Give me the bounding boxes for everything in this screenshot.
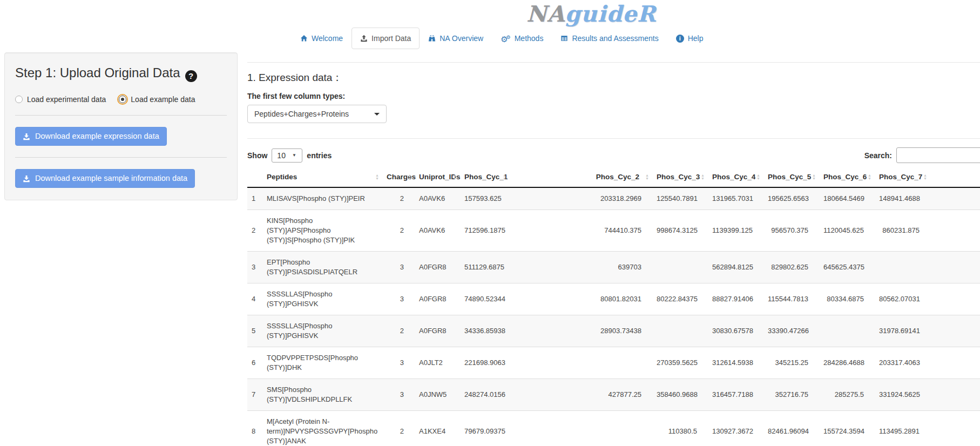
table-cell: KINS[Phospho (STY)]APS[Phospho (STY)]S[P… [262,210,382,252]
sort-icon: ▲▼ [375,174,379,180]
table-cell: 3 [382,379,415,411]
table-icon [560,35,568,42]
sort-icon: ▲▼ [408,174,411,180]
table-cell: 2 [382,187,415,210]
download-sample-info-button[interactable]: Download example sample information data [15,169,195,188]
table-cell: 352716.75 [763,379,819,411]
tab-import-data[interactable]: Import Data [352,28,420,49]
column-header-uniprot_ids[interactable]: Uniprot_IDs▲▼ [415,167,460,187]
table-row[interactable]: 1MLISAVS[Phospho (STY)]PEIR2A0AVK6157593… [247,187,980,210]
table-cell: 221698.9063 [460,347,510,379]
table-cell [510,411,652,446]
tab-methods[interactable]: ⚙⚙Methods [492,28,552,49]
table-row[interactable]: 4SSSSLLAS[Phospho (STY)]PGHISVK3A0FGR874… [247,283,980,315]
column-header-phos_cyc_6[interactable]: Phos_Cyc_6▲▼ [819,167,875,187]
table-cell: A0AVK6 [415,187,460,210]
table-cell: EPT[Phospho (STY)]PSIASDISLPIATQELR [262,252,382,283]
column-header-phos_cyc_2[interactable]: Phos_Cyc_2▲▼ [510,167,652,187]
tab-na-overview[interactable]: NA Overview [420,28,492,49]
table-cell: 131965.7031 [708,187,763,210]
table-cell: 180664.5469 [819,187,875,210]
upload-icon [360,35,368,42]
radio-load-example-data[interactable]: Load example data [119,95,195,104]
table-row[interactable]: 6TQDPVPPETPSDS[Phospho (STY)]DHK3A0JLT22… [247,347,980,379]
table-cell: 80222.84375 [652,283,708,315]
table-cell: 744410.375 [510,210,652,252]
divider [15,115,227,116]
table-cell: 113495.2891 [875,411,930,446]
radio-selected-icon[interactable] [119,96,126,103]
tab-label: Welcome [312,33,343,44]
table-cell: 2 [247,210,262,252]
radio-load-experimental-data[interactable]: Load experimental data [15,95,106,104]
table-cell: 3 [382,252,415,283]
column-header-charges[interactable]: Charges▲▼ [382,167,415,187]
table-cell: 358460.9688 [652,379,708,411]
table-cell: 3 [382,283,415,315]
chevron-down-icon [374,113,380,116]
app-logo: NAguideR [526,1,656,27]
table-cell: 130927.3672 [708,411,763,446]
show-label: Show [247,151,267,160]
sort-icon: ▲▼ [645,174,649,180]
table-cell: 88827.91406 [708,283,763,315]
table-cell [875,252,930,283]
table-cell: 284286.4688 [819,347,875,379]
table-cell: SMS[Phospho (STY)]VDLSHIPLKDPLLFK [262,379,382,411]
table-cell: 30830.67578 [708,315,763,347]
table-cell: SSSSLLAS[Phospho (STY)]PGHISVK [262,315,382,347]
radio-unselected-icon[interactable] [15,96,23,103]
help-question-circle-icon[interactable]: ? [185,70,197,82]
table-cell: SSSSLLAS[Phospho (STY)]PGHISVK [262,283,382,315]
panel-title: Step 1: Upload Original Data [15,65,180,80]
gears-icon: ⚙⚙ [501,33,511,43]
table-cell: 115544.7813 [763,283,819,315]
download-icon [23,175,30,183]
table-row[interactable]: 7SMS[Phospho (STY)]VDLSHIPLKDPLLFK3A0JNW… [247,379,980,411]
download-expression-data-button[interactable]: Download example expression data [15,127,167,146]
column-header-label: Phos_Cyc_7 [879,173,922,181]
table-cell: 148941.4688 [875,187,930,210]
tab-help[interactable]: iHelp [667,28,712,49]
column-header-spacer [930,167,980,187]
table-cell: 3 [247,252,262,283]
column-header-phos_cyc_4[interactable]: Phos_Cyc_4▲▼ [708,167,763,187]
column-types-select[interactable]: Peptides+Charges+Proteins [247,105,387,123]
table-controls: Show 10 ▼ entries Search: [247,147,980,163]
search-input[interactable] [896,147,980,163]
page-length-select[interactable]: 10 ▼ [272,148,302,163]
table-row[interactable]: 5SSSSLLAS[Phospho (STY)]PGHISVK2A0FGR834… [247,315,980,347]
table-cell-spacer [930,347,980,379]
table-row[interactable]: 3EPT[Phospho (STY)]PSIASDISLPIATQELR3A0F… [247,252,980,283]
column-header-phos_cyc_7[interactable]: Phos_Cyc_7▲▼ [875,167,930,187]
main-nav: WelcomeImport DataNA Overview⚙⚙MethodsRe… [292,28,712,49]
column-header-phos_cyc_5[interactable]: Phos_Cyc_5▲▼ [763,167,819,187]
table-row[interactable]: 8M[Acetyl (Protein N-term)]NPVYSPGSSGVPY… [247,411,980,446]
table-cell-spacer [930,315,980,347]
table-cell: 74890.52344 [460,283,510,315]
table-cell: 28903.73438 [510,315,652,347]
download-icon [23,133,30,140]
column-header-rownum[interactable] [247,167,262,187]
table-cell: 1120045.625 [819,210,875,252]
table-cell: 7 [247,379,262,411]
page-length-control: Show 10 ▼ entries [247,148,332,163]
column-header-label: Phos_Cyc_4 [712,173,755,181]
table-cell: 312614.5938 [708,347,763,379]
column-header-phos_cyc_1[interactable]: Phos_Cyc_1▲▼ [460,167,510,187]
tab-welcome[interactable]: Welcome [292,28,352,49]
table-cell: 2 [382,411,415,446]
column-header-phos_cyc_3[interactable]: Phos_Cyc_3▲▼ [652,167,708,187]
table-cell: 82461.96094 [763,411,819,446]
table-cell: 4 [247,283,262,315]
table-cell-spacer [930,411,980,446]
table-cell: 80562.07031 [875,283,930,315]
expression-data-table: Peptides▲▼Charges▲▼Uniprot_IDs▲▼Phos_Cyc… [247,167,980,446]
table-cell: 860231.875 [875,210,930,252]
sort-icon: ▲▼ [503,174,506,180]
tab-results-and-assessments[interactable]: Results and Assessments [552,28,667,49]
table-row[interactable]: 2KINS[Phospho (STY)]APS[Phospho (STY)]S[… [247,210,980,252]
info-circle-icon: i [676,35,684,43]
table-cell: 80334.6875 [819,283,875,315]
column-header-peptides[interactable]: Peptides▲▼ [262,167,382,187]
